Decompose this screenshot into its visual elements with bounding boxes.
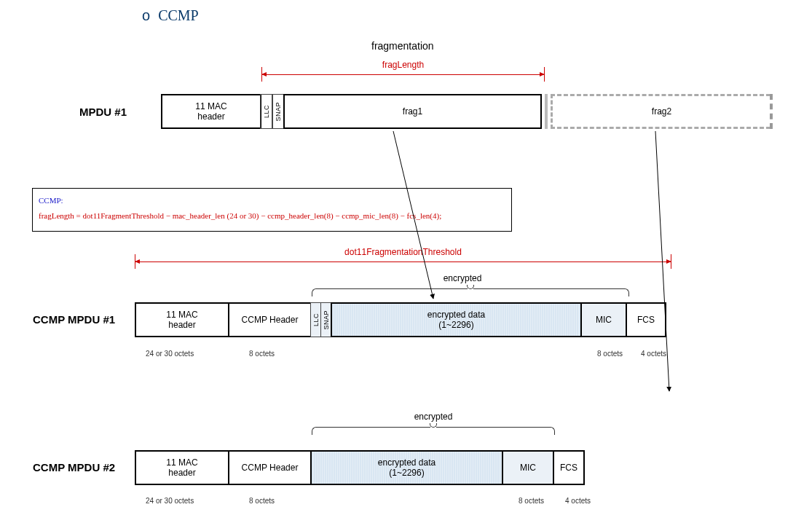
octet-mac: 24 or 30 octets [146, 497, 194, 505]
dimension-label: fragLength [379, 60, 427, 70]
packet-mpdu1: 11 MACheader LLC SNAP frag1 [161, 94, 542, 129]
octet-ccmp: 8 octets [249, 350, 275, 358]
section-title: CCMP [158, 7, 199, 23]
cell-encrypted-data: encrypted data(1~2296) [310, 450, 503, 485]
section-heading: o CCMP [142, 7, 199, 24]
octet-mic: 8 octets [519, 497, 544, 505]
cell-fcs: FCS [626, 302, 666, 337]
cell-mic: MIC [502, 450, 554, 485]
cell-mic: MIC [580, 302, 627, 337]
row-label-mpdu1: MPDU #1 [79, 106, 127, 118]
encrypted-label: encrypted [433, 273, 492, 283]
octet-ccmp: 8 octets [249, 497, 275, 505]
octet-mic: 8 octets [597, 350, 623, 358]
row-label-ccmp1: CCMP MPDU #1 [33, 313, 115, 326]
octet-fcs: 4 octets [565, 497, 591, 505]
diagram-title: fragmentation [371, 40, 434, 52]
octet-fcs: 4 octets [641, 350, 666, 358]
dimension-label: dot11FragmentationThreshold [342, 247, 465, 257]
cell-ccmp-header: CCMP Header [228, 302, 312, 337]
packet-ccmp1: 11 MACheader CCMP Header LLC SNAP encryp… [135, 302, 666, 337]
octet-mac: 24 or 30 octets [146, 350, 194, 358]
curly-brace-icon [312, 427, 555, 436]
cell-frag2: frag2 [551, 94, 770, 129]
dimension-fraglength: fragLength [261, 64, 545, 76]
separator [545, 94, 548, 129]
cell-mac-header: 11 MACheader [161, 94, 261, 129]
dash-end-icon [770, 94, 773, 129]
cell-mac-header: 11 MACheader [135, 302, 229, 337]
cell-encrypted-data: encrypted data(1~2296) [331, 302, 582, 337]
cell-mac-header: 11 MACheader [135, 450, 229, 485]
packet-ccmp2: 11 MACheader CCMP Header encrypted data(… [135, 450, 585, 485]
formula-title: CCMP: [39, 193, 505, 208]
cell-ccmp-header: CCMP Header [228, 450, 312, 485]
curly-brace-icon [312, 288, 629, 297]
dimension-threshold: dot11FragmentationThreshold [135, 251, 671, 263]
row-label-ccmp2: CCMP MPDU #2 [33, 461, 115, 473]
bullet-icon: o [142, 7, 154, 23]
cell-frag1: frag1 [283, 94, 542, 129]
encrypted-label: encrypted [404, 412, 462, 422]
formula-body: fragLength = dot11FragmentThreshold − ma… [39, 208, 505, 224]
cell-fcs: FCS [553, 450, 585, 485]
formula-box: CCMP: fragLength = dot11FragmentThreshol… [32, 188, 512, 232]
